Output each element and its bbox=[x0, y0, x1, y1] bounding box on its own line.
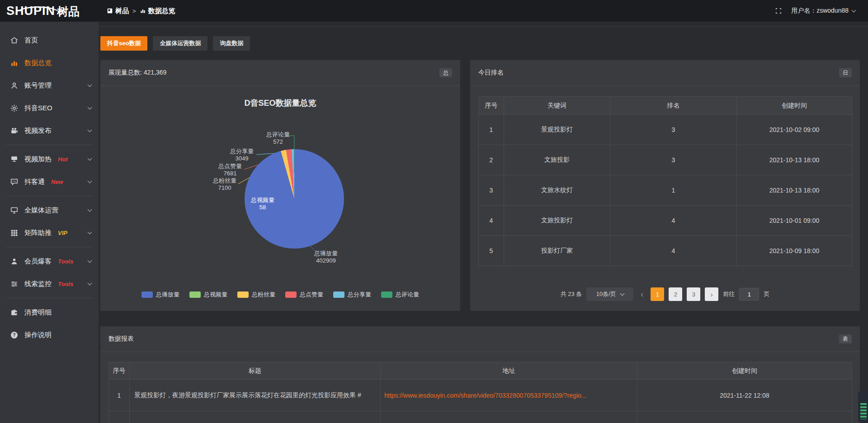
sidebar-item-douketong[interactable]: 抖客通 New bbox=[0, 170, 99, 193]
legend-item-comments[interactable]: 总评论量 bbox=[381, 291, 419, 299]
tab-media-operation-data[interactable]: 全媒体运营数据 bbox=[153, 36, 208, 51]
daily-toggle-button[interactable]: 日 bbox=[839, 68, 852, 77]
pie-callout-fans: 总粉丝量7100 bbox=[213, 177, 236, 192]
report-title: 数据报表 bbox=[108, 335, 134, 343]
page-button-3[interactable]: 3 bbox=[687, 287, 700, 301]
report-panel-header: 数据报表 表 bbox=[100, 326, 860, 352]
sidebar-item-clue-monitor[interactable]: 线索监控 Tools bbox=[0, 273, 99, 295]
chat-icon bbox=[10, 178, 19, 186]
legend-swatch bbox=[381, 291, 392, 298]
breadcrumb-root[interactable]: 树品 bbox=[107, 7, 129, 15]
column-header-url: 地址 bbox=[381, 362, 637, 380]
report-row-link[interactable]: https://www.iesdouyin.com/share/video/70… bbox=[384, 392, 587, 399]
page-button-1[interactable]: 1 bbox=[651, 287, 664, 301]
user-icon bbox=[10, 81, 19, 90]
sidebar-item-account[interactable]: 账号管理 bbox=[0, 74, 99, 97]
wallet-icon bbox=[10, 308, 19, 317]
next-page-button[interactable]: › bbox=[705, 287, 718, 301]
table-row: 4 文旅投影灯 4 2021-10-01 09:00 bbox=[479, 206, 852, 236]
logo-text-cn: 树品 bbox=[57, 6, 80, 17]
sidebar-item-home[interactable]: 首页 bbox=[0, 29, 99, 52]
pie-callout-shares: 总分享量3049 bbox=[230, 148, 254, 162]
table-toggle-button[interactable]: 表 bbox=[839, 334, 852, 343]
sidebar-item-video-publish[interactable]: 视频发布 bbox=[0, 119, 99, 142]
pie-callout-videos: 总视频量58 bbox=[251, 197, 274, 211]
breadcrumb-current[interactable]: 数据总览 bbox=[140, 7, 175, 15]
pie-callout-comments: 总评论量572 bbox=[266, 131, 290, 146]
chevron-down-icon bbox=[88, 207, 92, 212]
chevron-down-icon bbox=[88, 258, 92, 263]
header-right: 用户名：zswodun88 bbox=[775, 7, 868, 15]
sidebar-item-instructions[interactable]: ? 操作说明 bbox=[0, 324, 99, 346]
pie-callout-likes: 总点赞量7681 bbox=[218, 163, 242, 177]
column-header-index: 序号 bbox=[479, 97, 504, 115]
question-icon: ? bbox=[10, 331, 19, 339]
prev-page-button[interactable]: ‹ bbox=[638, 290, 646, 299]
report-row-title: 景观投影灯，夜游景观投影灯厂家展示展示落花灯在花园里的灯光投影应用效果 # bbox=[130, 380, 381, 411]
sidebar-item-media-operation[interactable]: 全媒体运营 bbox=[0, 199, 99, 221]
floating-contact-widget[interactable] bbox=[858, 391, 868, 422]
report-panel: 数据报表 表 序号 标题 地址 创建时间 1 景观投影灯，夜游景观投影灯厂 bbox=[100, 326, 860, 423]
legend-item-likes[interactable]: 总点赞量 bbox=[285, 291, 323, 299]
legend-swatch bbox=[333, 291, 344, 298]
badge-tools: Tools bbox=[58, 258, 73, 265]
chevron-down-icon bbox=[88, 156, 92, 161]
dashboard-screen: SHUPIN 树品 树品 > 数据总览 用户名：zswodun88 bbox=[0, 0, 868, 423]
home-icon bbox=[10, 36, 19, 45]
pie-chart-area: D音SEO数据量总览 总评论量572 总分享量3049 总点赞量7681 bbox=[100, 86, 460, 310]
breadcrumb: 树品 > 数据总览 bbox=[107, 7, 175, 15]
badge-vip: VIP bbox=[58, 230, 67, 236]
chevron-down-icon bbox=[88, 230, 92, 235]
svg-text:?: ? bbox=[13, 333, 15, 338]
legend-swatch bbox=[142, 291, 153, 298]
sidebar-item-matrix-boost[interactable]: 矩阵助推 VIP bbox=[0, 221, 99, 244]
username-label: 用户名：zswodun88 bbox=[791, 7, 849, 15]
sidebar-item-consumption[interactable]: 消费明细 bbox=[0, 301, 99, 324]
column-header-created: 创建时间 bbox=[637, 362, 852, 380]
sidebar-item-data-overview[interactable]: 数据总览 bbox=[0, 52, 99, 74]
table-row: 1 景观投影灯，夜游景观投影灯厂家展示展示落花灯在花园里的灯光投影应用效果 # … bbox=[109, 380, 852, 411]
column-header-title: 标题 bbox=[130, 362, 381, 380]
table-header-row: 序号 标题 地址 创建时间 bbox=[109, 362, 852, 380]
report-row-created: 2021-11-22 12:08 bbox=[637, 380, 852, 411]
tab-inquiry-data[interactable]: 询盘数据 bbox=[213, 36, 250, 51]
sidebar-item-member-burst[interactable]: 会员爆客 Tools bbox=[0, 250, 99, 273]
overview-panel: 展现量总数: 421,369 总 D音SEO数据量总览 总评论量572 总分 bbox=[100, 60, 460, 311]
ranking-title: 今日排名 bbox=[478, 69, 504, 77]
tab-douyin-seo-data[interactable]: 抖音seo数据 bbox=[100, 36, 147, 51]
legend-item-plays[interactable]: 总播放量 bbox=[142, 291, 179, 299]
badge-tools: Tools bbox=[58, 281, 73, 287]
data-tabs: 抖音seo数据 全媒体运营数据 询盘数据 bbox=[100, 36, 250, 51]
app-square-icon bbox=[107, 8, 113, 14]
sidebar-item-douyin-seo[interactable]: 抖音SEO bbox=[0, 97, 99, 119]
sidebar-divider bbox=[6, 196, 92, 196]
chevron-down-icon bbox=[620, 291, 624, 296]
overview-panel-header: 展现量总数: 421,369 总 bbox=[100, 60, 460, 86]
column-header-rank: 排名 bbox=[610, 97, 737, 115]
chevron-down-icon bbox=[88, 281, 92, 286]
pagination-total: 共 23 条 bbox=[561, 290, 582, 298]
chart-title: D音SEO数据量总览 bbox=[100, 98, 460, 108]
total-toggle-button[interactable]: 总 bbox=[439, 68, 452, 77]
report-table: 序号 标题 地址 创建时间 1 景观投影灯，夜游景观投影灯厂家展示展示落花灯在花… bbox=[108, 362, 852, 423]
legend-item-shares[interactable]: 总分享量 bbox=[333, 291, 371, 299]
goto-page-input[interactable] bbox=[739, 288, 759, 301]
goto-label: 前往 bbox=[723, 290, 735, 298]
user-menu[interactable]: 用户名：zswodun88 bbox=[791, 7, 855, 15]
table-row: 1 景观投影灯 3 2021-10-02 09:00 bbox=[479, 115, 852, 145]
sidebar-item-video-heat[interactable]: 视频加热 Hot bbox=[0, 148, 99, 170]
fullscreen-icon[interactable] bbox=[775, 7, 782, 14]
sidebar: 首页 数据总览 账号管理 抖音SEO 视频发布 视频加热 Hot bbox=[0, 22, 99, 423]
main-content: 抖音seo数据 全媒体运营数据 询盘数据 展现量总数: 421,369 总 D音… bbox=[99, 22, 868, 423]
chevron-down-icon bbox=[88, 105, 92, 110]
page-button-2[interactable]: 2 bbox=[669, 287, 682, 301]
table-row: 2 文旅投影 3 2021-10-13 18:00 bbox=[479, 145, 852, 175]
legend-item-videos[interactable]: 总视频量 bbox=[189, 291, 227, 299]
chart-legend: 总播放量 总视频量 总粉丝量 总点赞量 总分享量 总评论量 bbox=[100, 291, 460, 299]
pie-callout-plays: 总播放量402909 bbox=[314, 250, 338, 264]
sidebar-divider bbox=[6, 298, 92, 298]
video-camera-icon bbox=[10, 127, 19, 135]
ranking-panel: 今日排名 日 序号 关键词 排名 创建时间 1 景观投影灯 bbox=[470, 60, 860, 311]
legend-item-fans[interactable]: 总粉丝量 bbox=[237, 291, 275, 299]
page-size-select[interactable]: 10条/页 bbox=[586, 287, 633, 301]
